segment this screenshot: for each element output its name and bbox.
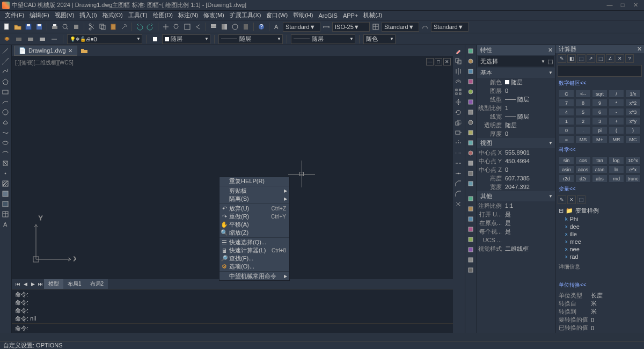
key--[interactable]: -	[609, 108, 624, 116]
key-0[interactable]: 0	[559, 126, 574, 134]
tab-layout1[interactable]: 布局1	[63, 279, 86, 289]
spline-icon[interactable]	[0, 128, 11, 137]
color-icon[interactable]	[150, 34, 160, 44]
mech9-icon[interactable]	[465, 128, 476, 137]
calc-t6-icon[interactable]: ∠	[606, 54, 614, 63]
plotstyle-dropdown[interactable]: 随色▼	[363, 34, 396, 44]
ml-style-dropdown[interactable]: Standard▼	[431, 22, 469, 32]
key-1/x[interactable]: 1/x	[625, 90, 641, 98]
extend-icon[interactable]	[453, 148, 464, 158]
key-MR[interactable]: MR	[609, 135, 624, 143]
circle-icon[interactable]	[0, 107, 11, 117]
mech7-icon[interactable]	[465, 107, 476, 117]
help-icon[interactable]: ?	[257, 22, 266, 32]
zoomprev-icon[interactable]	[193, 22, 203, 32]
var-toggle[interactable]: 变量<<	[555, 184, 644, 194]
rotate-icon[interactable]	[453, 107, 464, 117]
save-icon[interactable]	[24, 22, 33, 32]
key-([interactable]: (	[609, 126, 624, 134]
mlstyle-icon[interactable]	[420, 22, 430, 32]
textstyle-icon[interactable]: A	[272, 22, 282, 32]
key-C[interactable]: C	[559, 90, 574, 98]
vp-max-icon[interactable]: □	[435, 58, 442, 66]
ctx-mech[interactable]: 中望机械常用命令▶	[219, 272, 289, 280]
mech8-icon[interactable]	[465, 118, 476, 127]
key-2[interactable]: 2	[575, 117, 591, 125]
ctx-find[interactable]: 🔎查找(F)...	[219, 255, 289, 263]
key-8[interactable]: 8	[575, 99, 591, 107]
layermgr-icon[interactable]	[2, 34, 12, 44]
menu-file[interactable]: 文件(F)	[2, 10, 27, 20]
ctx-undo[interactable]: ↶放弃(U)Ctrl+Z	[219, 205, 289, 213]
drawing-viewport[interactable]: [-][俯视][二维线框][WCS] — □ ✕ Y X 重复HELP(R)	[12, 56, 453, 279]
key-4[interactable]: 4	[559, 108, 574, 116]
chamfer-icon[interactable]	[453, 179, 464, 188]
var-t2-icon[interactable]: ✕	[567, 195, 576, 204]
print-icon[interactable]	[50, 22, 60, 32]
tab-layout2[interactable]: 布局2	[86, 279, 108, 289]
key-1[interactable]: 1	[559, 117, 574, 125]
arc-icon[interactable]	[0, 97, 11, 107]
calc-close-icon[interactable]: ✕	[637, 46, 642, 53]
mech4-icon[interactable]	[465, 77, 476, 86]
ellipse-icon[interactable]	[0, 138, 11, 148]
zoomwin-icon[interactable]	[182, 22, 192, 32]
scikey-acos[interactable]: acos	[575, 165, 591, 173]
key-<--[interactable]: <--	[575, 90, 591, 98]
var-mee[interactable]: xmee	[559, 238, 641, 245]
text-icon[interactable]: A	[0, 220, 11, 229]
group-view[interactable]: 视图▼	[477, 138, 555, 148]
key-5[interactable]: 5	[575, 108, 591, 116]
sci-toggle[interactable]: 科学<<	[555, 144, 644, 155]
ctx-options[interactable]: ⚙选项(O)...	[219, 263, 289, 271]
key-+[interactable]: +	[609, 117, 624, 125]
ctx-clipboard[interactable]: 剪贴板▶	[219, 187, 289, 195]
mech15-icon[interactable]	[465, 194, 476, 203]
mech13-icon[interactable]	[465, 169, 476, 178]
key-6[interactable]: 6	[592, 108, 608, 116]
scikey-e^x[interactable]: e^x	[625, 165, 641, 173]
scikey-tan[interactable]: tan	[592, 156, 608, 164]
mech6-icon[interactable]	[465, 97, 476, 107]
hatch-icon[interactable]	[0, 179, 11, 188]
unit-toggle[interactable]: 单位转换<<	[555, 280, 644, 290]
mech17-icon[interactable]	[465, 214, 476, 224]
tab-last-icon[interactable]: ⏭	[36, 281, 44, 287]
layer-icon2[interactable]	[14, 34, 24, 44]
pan-icon[interactable]	[161, 22, 171, 32]
calc-t7-icon[interactable]: ✕	[616, 54, 624, 63]
mech2-icon[interactable]	[465, 56, 476, 66]
mech21-icon[interactable]	[465, 255, 476, 265]
key-pi[interactable]: pi	[592, 126, 608, 134]
selection-dropdown[interactable]: 无选择▼⬚	[478, 56, 554, 67]
key-7[interactable]: 7	[559, 99, 574, 107]
mech22-icon[interactable]	[465, 265, 476, 275]
saveas-icon[interactable]	[34, 22, 44, 32]
mech12-icon[interactable]	[465, 158, 476, 168]
scikey-d2r[interactable]: d2r	[575, 174, 591, 183]
calc-t5-icon[interactable]: ⬚	[596, 54, 605, 63]
rect-icon[interactable]	[0, 87, 11, 97]
menu-format[interactable]: 格式(O)	[100, 10, 126, 20]
ctx-repeat[interactable]: 重复HELP(R)	[219, 177, 289, 185]
key-MC[interactable]: MC	[625, 135, 641, 143]
new-icon[interactable]	[2, 22, 12, 32]
preview-icon[interactable]	[61, 22, 70, 32]
menu-view[interactable]: 视图(V)	[52, 10, 77, 20]
copy2-icon[interactable]	[453, 56, 464, 66]
var-t1-icon[interactable]: ✎	[558, 195, 566, 204]
calc-t4-icon[interactable]: ↗	[587, 54, 595, 63]
menu-insert[interactable]: 插入(I)	[77, 10, 99, 20]
scikey-sin[interactable]: sin	[559, 156, 574, 164]
doc-tab[interactable]: 📄Drawing1.dwg✕	[14, 46, 77, 56]
copy-icon[interactable]	[98, 22, 107, 32]
mech19-icon[interactable]	[465, 235, 476, 244]
menu-draw[interactable]: 绘图(D)	[150, 10, 175, 20]
fillet-icon[interactable]	[453, 189, 464, 199]
table-style-dropdown[interactable]: Standard▼	[382, 22, 419, 32]
scikey-cos[interactable]: cos	[575, 156, 591, 164]
close-tab-icon[interactable]: ✕	[68, 48, 72, 54]
block-icon[interactable]	[0, 158, 11, 168]
line-icon[interactable]	[0, 46, 11, 56]
layer-icon3[interactable]	[26, 34, 35, 44]
